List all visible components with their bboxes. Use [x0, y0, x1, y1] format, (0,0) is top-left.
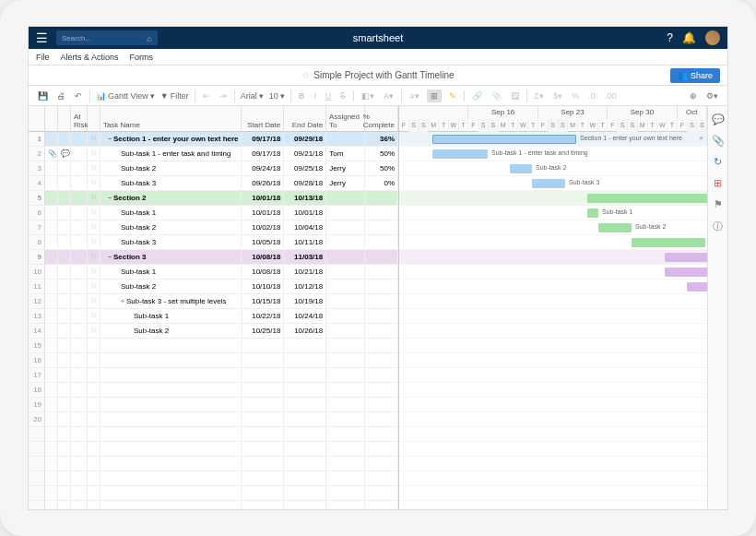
table-row[interactable]: [29, 457, 398, 471]
flag-icon[interactable]: ⚐: [90, 312, 97, 320]
gantt-row[interactable]: [399, 294, 707, 309]
size-selector[interactable]: 10 ▾: [269, 91, 285, 101]
table-row[interactable]: 9⚐−Section 310/08/1811/03/18: [29, 250, 398, 265]
filter-button[interactable]: ▼ Filter: [160, 91, 189, 101]
flag-icon[interactable]: ⚐: [90, 164, 97, 173]
table-row[interactable]: 8⚐Sub-task 310/05/1810/11/18: [29, 235, 398, 250]
decimal-icon[interactable]: .0: [586, 90, 597, 101]
gantt-row[interactable]: Sub-task 3: [399, 176, 707, 191]
bell-icon[interactable]: 🔔: [682, 31, 696, 44]
flag-icon[interactable]: ⚐: [90, 238, 97, 246]
bold-icon[interactable]: B: [297, 90, 307, 101]
gantt-row[interactable]: [399, 427, 707, 442]
table-row[interactable]: [29, 471, 398, 486]
star-icon[interactable]: ☆: [301, 70, 310, 80]
gantt-bar[interactable]: [510, 164, 532, 173]
gantt-row[interactable]: [399, 191, 707, 206]
table-row[interactable]: 19: [29, 398, 398, 412]
fill-icon[interactable]: ◧▾: [360, 90, 376, 101]
search-input[interactable]: Search...⌕: [56, 30, 158, 45]
align-icon[interactable]: ≡▾: [408, 90, 420, 101]
flag-icon[interactable]: ⚐: [90, 327, 97, 335]
menu-file[interactable]: File: [36, 53, 50, 62]
sheet-title[interactable]: Simple Project with Gantt Timeline: [313, 70, 454, 80]
sum-icon[interactable]: Σ▾: [533, 90, 547, 101]
gantt-bar[interactable]: [632, 238, 705, 247]
gantt-bar[interactable]: [432, 135, 576, 144]
gantt-row[interactable]: [399, 471, 707, 486]
gantt-row[interactable]: [399, 383, 707, 398]
attach-icon[interactable]: 📎: [490, 90, 503, 101]
gantt-row[interactable]: Sub-task 2: [399, 161, 707, 176]
gantt-bar[interactable]: [432, 149, 488, 159]
help-icon[interactable]: ?: [667, 31, 673, 44]
gantt-row[interactable]: [399, 339, 707, 353]
gantt-row[interactable]: [399, 457, 707, 471]
gantt-row[interactable]: Sub-task 1 - enter task and timing: [399, 147, 707, 161]
gantt-bar[interactable]: [665, 253, 707, 262]
table-row[interactable]: 20: [29, 412, 398, 427]
table-row[interactable]: 4⚐Sub-task 309/26/1809/28/18Jerry0%: [29, 176, 398, 191]
wrap-icon[interactable]: ⊞: [427, 89, 442, 102]
flag-icon[interactable]: ⚐: [90, 149, 97, 158]
gantt-row[interactable]: [399, 486, 707, 501]
underline-icon[interactable]: U: [324, 90, 334, 101]
table-row[interactable]: 6⚐Sub-task 110/01/1810/01/18: [29, 206, 398, 220]
flag-icon[interactable]: ⚐: [90, 297, 97, 305]
attach-icon[interactable]: 📎: [48, 149, 57, 158]
col-task[interactable]: Task Name: [100, 106, 242, 131]
gantt-row[interactable]: [399, 280, 707, 294]
gantt-row[interactable]: [399, 265, 707, 280]
zoom-icon[interactable]: ⊕: [688, 90, 699, 101]
menu-forms[interactable]: Forms: [130, 53, 154, 62]
gantt-row[interactable]: [399, 353, 707, 368]
gantt-row[interactable]: [399, 250, 707, 265]
proof-icon[interactable]: ⊞: [714, 177, 722, 189]
gantt-row[interactable]: [399, 368, 707, 383]
info-icon[interactable]: ⓘ: [713, 220, 723, 233]
gantt-row[interactable]: [399, 501, 707, 509]
gantt-row[interactable]: [399, 412, 707, 427]
table-row[interactable]: 5⚐−Section 210/01/1810/13/18: [29, 191, 398, 206]
table-row[interactable]: 13⚐Sub-task 110/22/1810/24/18: [29, 309, 398, 324]
comments-icon[interactable]: 💬: [712, 113, 725, 125]
table-row[interactable]: 11⚐Sub-task 210/10/1810/12/18: [29, 280, 398, 294]
italic-icon[interactable]: I: [312, 90, 318, 101]
outdent-icon[interactable]: ⇤: [201, 90, 212, 101]
gantt-bar[interactable]: [687, 282, 707, 292]
indent-icon[interactable]: ⇥: [218, 90, 229, 101]
flag-icon[interactable]: ⚐: [90, 208, 97, 217]
table-row[interactable]: 15: [29, 339, 398, 353]
flag-icon[interactable]: ⚐: [90, 268, 97, 276]
table-row[interactable]: 3⚐Sub-task 209/24/1809/25/18Jerry50%: [29, 161, 398, 176]
gantt-bar[interactable]: [587, 194, 707, 203]
table-row[interactable]: 17: [29, 368, 398, 383]
text-color-icon[interactable]: A▾: [382, 90, 396, 101]
activity-icon[interactable]: ↻: [714, 156, 722, 168]
flag-icon[interactable]: ⚐: [90, 282, 97, 291]
table-row[interactable]: 1⚐−Section 1 - enter your own text here0…: [29, 132, 398, 147]
undo-icon[interactable]: ↶: [73, 90, 84, 101]
table-row[interactable]: [29, 486, 398, 501]
table-row[interactable]: 14⚐Sub-task 210/25/1810/26/18: [29, 324, 398, 339]
expand-icon[interactable]: +: [121, 298, 124, 304]
col-end[interactable]: End Date: [284, 106, 326, 131]
table-row[interactable]: 18: [29, 383, 398, 398]
save-icon[interactable]: 💾: [36, 90, 50, 101]
share-button[interactable]: 👥 Share: [670, 68, 720, 83]
gantt-row[interactable]: Section 1 - enter your own text here×: [399, 132, 707, 147]
gantt-row[interactable]: Sub-task 1: [399, 206, 707, 220]
gantt-bar[interactable]: [532, 179, 565, 188]
print-icon[interactable]: 🖨: [55, 90, 67, 101]
gantt-row[interactable]: Sub-task 2: [399, 220, 707, 235]
gantt-row[interactable]: [399, 398, 707, 412]
percent-icon[interactable]: %: [570, 90, 581, 101]
currency-icon[interactable]: $▾: [551, 90, 564, 101]
image-icon[interactable]: 🖼: [509, 90, 521, 101]
highlight-icon[interactable]: ✎: [447, 90, 458, 101]
comment-icon[interactable]: 💬: [61, 149, 70, 158]
table-row[interactable]: [29, 442, 398, 457]
font-selector[interactable]: Arial ▾: [241, 91, 264, 101]
flag-icon[interactable]: ⚐: [90, 179, 97, 187]
col-assigned[interactable]: Assigned To: [326, 106, 365, 131]
